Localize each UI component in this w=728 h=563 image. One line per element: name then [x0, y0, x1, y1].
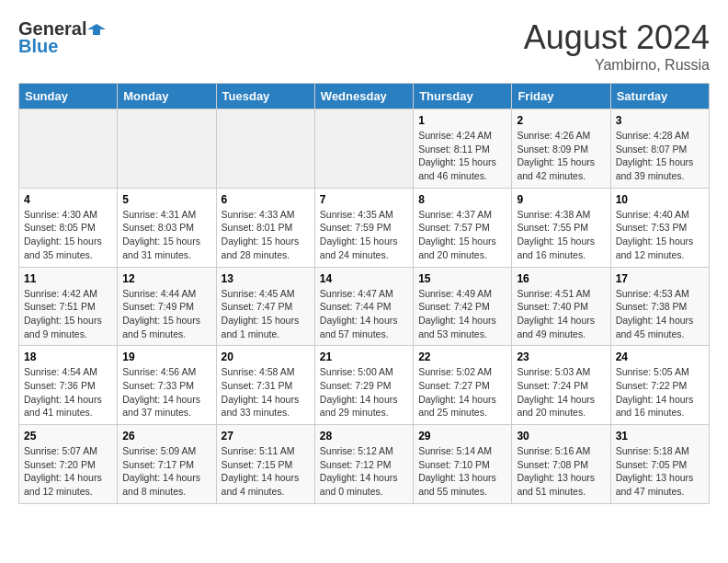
day-number: 3: [616, 114, 704, 127]
day-number: 23: [517, 350, 605, 363]
day-content: Sunrise: 4:38 AM Sunset: 7:55 PM Dayligh…: [517, 208, 605, 262]
day-content: Sunrise: 5:00 AM Sunset: 7:29 PM Dayligh…: [320, 365, 408, 419]
col-header-friday: Friday: [512, 84, 610, 109]
day-number: 9: [517, 193, 605, 206]
day-number: 13: [222, 272, 310, 285]
day-content: Sunrise: 5:09 AM Sunset: 7:17 PM Dayligh…: [122, 444, 210, 499]
day-number: 30: [517, 430, 605, 442]
day-number: 6: [222, 193, 310, 206]
calendar-cell: 29Sunrise: 5:14 AM Sunset: 7:10 PM Dayli…: [414, 425, 512, 504]
day-number: 10: [616, 193, 704, 206]
day-number: 26: [122, 430, 210, 442]
day-number: 22: [418, 350, 506, 363]
day-content: Sunrise: 5:07 AM Sunset: 7:20 PM Dayligh…: [24, 444, 112, 499]
location-subtitle: Yambirno, Russia: [524, 57, 710, 74]
calendar-cell: 17Sunrise: 4:53 AM Sunset: 7:38 PM Dayli…: [610, 267, 709, 346]
day-number: 19: [122, 350, 210, 363]
calendar-cell: 21Sunrise: 5:00 AM Sunset: 7:29 PM Dayli…: [314, 346, 413, 425]
calendar-cell: [314, 109, 413, 189]
day-content: Sunrise: 4:31 AM Sunset: 8:03 PM Dayligh…: [122, 208, 210, 262]
day-content: Sunrise: 4:30 AM Sunset: 8:05 PM Dayligh…: [24, 208, 112, 262]
day-number: 8: [418, 193, 506, 206]
calendar-cell: 1Sunrise: 4:24 AM Sunset: 8:11 PM Daylig…: [414, 109, 512, 189]
day-number: 2: [517, 114, 605, 127]
day-number: 25: [24, 430, 112, 442]
day-number: 27: [222, 430, 310, 442]
day-content: Sunrise: 4:49 AM Sunset: 7:42 PM Dayligh…: [418, 287, 506, 341]
day-number: 29: [418, 430, 506, 442]
day-number: 14: [320, 272, 408, 285]
day-number: 15: [418, 272, 506, 285]
calendar-cell: 6Sunrise: 4:33 AM Sunset: 8:01 PM Daylig…: [216, 188, 314, 267]
day-content: Sunrise: 4:40 AM Sunset: 7:53 PM Dayligh…: [616, 208, 704, 262]
calendar-cell: 14Sunrise: 4:47 AM Sunset: 7:44 PM Dayli…: [314, 267, 413, 346]
calendar-cell: 30Sunrise: 5:16 AM Sunset: 7:08 PM Dayli…: [512, 425, 610, 504]
calendar-cell: 3Sunrise: 4:28 AM Sunset: 8:07 PM Daylig…: [610, 109, 709, 189]
day-number: 5: [122, 193, 210, 206]
day-number: 16: [517, 272, 605, 285]
day-content: Sunrise: 4:44 AM Sunset: 7:49 PM Dayligh…: [122, 287, 210, 341]
day-content: Sunrise: 4:51 AM Sunset: 7:40 PM Dayligh…: [517, 287, 605, 341]
day-number: 12: [122, 272, 210, 285]
calendar-header-row: SundayMondayTuesdayWednesdayThursdayFrid…: [19, 84, 710, 109]
calendar-cell: 25Sunrise: 5:07 AM Sunset: 7:20 PM Dayli…: [19, 425, 118, 504]
calendar-week-row: 4Sunrise: 4:30 AM Sunset: 8:05 PM Daylig…: [19, 188, 710, 267]
col-header-wednesday: Wednesday: [314, 84, 413, 109]
title-block: August 2024 Yambirno, Russia: [524, 18, 710, 74]
day-number: 7: [320, 193, 408, 206]
calendar-cell: 28Sunrise: 5:12 AM Sunset: 7:12 PM Dayli…: [314, 425, 413, 504]
day-number: 1: [418, 114, 506, 127]
day-number: 4: [24, 193, 112, 206]
day-content: Sunrise: 5:14 AM Sunset: 7:10 PM Dayligh…: [418, 444, 506, 499]
col-header-thursday: Thursday: [414, 84, 512, 109]
day-content: Sunrise: 4:42 AM Sunset: 7:51 PM Dayligh…: [24, 287, 112, 341]
day-content: Sunrise: 5:16 AM Sunset: 7:08 PM Dayligh…: [517, 444, 605, 499]
day-content: Sunrise: 4:53 AM Sunset: 7:38 PM Dayligh…: [616, 287, 704, 341]
day-content: Sunrise: 5:03 AM Sunset: 7:24 PM Dayligh…: [517, 365, 605, 419]
calendar-cell: 18Sunrise: 4:54 AM Sunset: 7:36 PM Dayli…: [19, 346, 118, 425]
calendar-cell: 5Sunrise: 4:31 AM Sunset: 8:03 PM Daylig…: [118, 188, 216, 267]
calendar-week-row: 1Sunrise: 4:24 AM Sunset: 8:11 PM Daylig…: [19, 109, 710, 189]
calendar-cell: [19, 109, 118, 189]
day-content: Sunrise: 4:47 AM Sunset: 7:44 PM Dayligh…: [320, 287, 408, 341]
logo-bird-icon: [87, 20, 106, 39]
calendar-cell: 20Sunrise: 4:58 AM Sunset: 7:31 PM Dayli…: [216, 346, 314, 425]
calendar-cell: 12Sunrise: 4:44 AM Sunset: 7:49 PM Dayli…: [118, 267, 216, 346]
day-content: Sunrise: 4:58 AM Sunset: 7:31 PM Dayligh…: [222, 365, 310, 419]
calendar-cell: 7Sunrise: 4:35 AM Sunset: 7:59 PM Daylig…: [314, 188, 413, 267]
calendar-cell: 9Sunrise: 4:38 AM Sunset: 7:55 PM Daylig…: [512, 188, 610, 267]
calendar-cell: 10Sunrise: 4:40 AM Sunset: 7:53 PM Dayli…: [610, 188, 709, 267]
day-content: Sunrise: 4:33 AM Sunset: 8:01 PM Dayligh…: [222, 208, 310, 262]
calendar-week-row: 11Sunrise: 4:42 AM Sunset: 7:51 PM Dayli…: [19, 267, 710, 346]
calendar-cell: 4Sunrise: 4:30 AM Sunset: 8:05 PM Daylig…: [19, 188, 118, 267]
day-content: Sunrise: 4:28 AM Sunset: 8:07 PM Dayligh…: [616, 129, 704, 183]
calendar-cell: 2Sunrise: 4:26 AM Sunset: 8:09 PM Daylig…: [512, 109, 610, 189]
day-number: 24: [616, 350, 704, 363]
day-content: Sunrise: 5:12 AM Sunset: 7:12 PM Dayligh…: [320, 444, 408, 499]
calendar-cell: 19Sunrise: 4:56 AM Sunset: 7:33 PM Dayli…: [118, 346, 216, 425]
col-header-tuesday: Tuesday: [216, 84, 314, 109]
col-header-sunday: Sunday: [19, 84, 118, 109]
calendar-cell: [118, 109, 216, 189]
calendar-cell: 8Sunrise: 4:37 AM Sunset: 7:57 PM Daylig…: [414, 188, 512, 267]
month-year-title: August 2024: [524, 18, 710, 57]
calendar-cell: 27Sunrise: 5:11 AM Sunset: 7:15 PM Dayli…: [216, 425, 314, 504]
calendar-table: SundayMondayTuesdayWednesdayThursdayFrid…: [18, 83, 710, 504]
day-number: 31: [616, 430, 704, 442]
day-number: 21: [320, 350, 408, 363]
day-number: 11: [24, 272, 112, 285]
calendar-cell: 24Sunrise: 5:05 AM Sunset: 7:22 PM Dayli…: [610, 346, 709, 425]
calendar-cell: 26Sunrise: 5:09 AM Sunset: 7:17 PM Dayli…: [118, 425, 216, 504]
day-number: 18: [24, 350, 112, 363]
day-content: Sunrise: 5:18 AM Sunset: 7:05 PM Dayligh…: [616, 444, 704, 499]
calendar-cell: 23Sunrise: 5:03 AM Sunset: 7:24 PM Dayli…: [512, 346, 610, 425]
day-content: Sunrise: 4:56 AM Sunset: 7:33 PM Dayligh…: [122, 365, 210, 419]
day-content: Sunrise: 4:35 AM Sunset: 7:59 PM Dayligh…: [320, 208, 408, 262]
day-content: Sunrise: 4:54 AM Sunset: 7:36 PM Dayligh…: [24, 365, 112, 419]
day-number: 28: [320, 430, 408, 442]
day-content: Sunrise: 5:11 AM Sunset: 7:15 PM Dayligh…: [222, 444, 310, 499]
day-number: 20: [222, 350, 310, 363]
day-content: Sunrise: 4:26 AM Sunset: 8:09 PM Dayligh…: [517, 129, 605, 183]
calendar-cell: 16Sunrise: 4:51 AM Sunset: 7:40 PM Dayli…: [512, 267, 610, 346]
svg-marker-0: [87, 24, 106, 35]
